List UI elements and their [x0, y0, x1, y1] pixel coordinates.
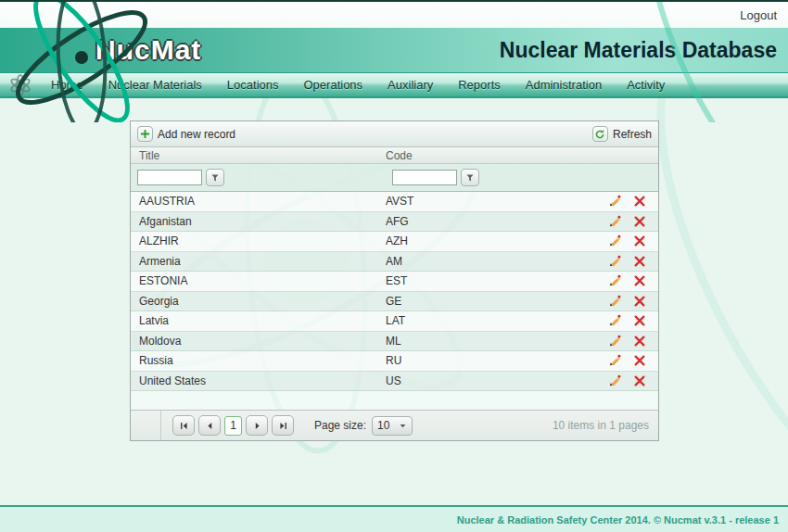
grid-toolbar: Add new record Refresh: [131, 121, 658, 147]
code-filter-input[interactable]: [392, 170, 457, 185]
table-row[interactable]: Latvia LAT: [131, 311, 658, 332]
delete-x-icon[interactable]: [633, 295, 646, 308]
add-new-record-button[interactable]: Add new record: [137, 126, 235, 142]
edit-pencil-icon[interactable]: [608, 274, 621, 287]
edit-pencil-icon[interactable]: [608, 335, 621, 348]
edit-pencil-icon[interactable]: [608, 295, 621, 308]
menu-item[interactable]: Nuclear Materials: [108, 78, 202, 92]
menu-item[interactable]: Auxiliary: [388, 78, 433, 92]
edit-pencil-icon[interactable]: [608, 195, 621, 208]
edit-pencil-icon[interactable]: [608, 354, 621, 367]
footer-bar: Nuclear & Radiation Safety Center 2014. …: [0, 505, 788, 532]
edit-pencil-icon[interactable]: [608, 374, 621, 387]
row-title-cell: Latvia: [131, 314, 386, 327]
menu-item[interactable]: Operations: [304, 78, 363, 92]
page-size-control: Page size: 10: [314, 416, 413, 436]
refresh-button[interactable]: Refresh: [592, 126, 652, 142]
table-row[interactable]: Afganistan AFG: [131, 212, 658, 233]
menu-item[interactable]: Locations: [227, 78, 279, 92]
table-row[interactable]: Armenia AM: [131, 252, 658, 272]
pager-left-cell: [131, 411, 161, 440]
first-page-button[interactable]: [172, 415, 195, 436]
page-size-dropdown[interactable]: 10: [372, 416, 413, 436]
table-row[interactable]: Moldova ML: [131, 332, 658, 352]
prev-page-button[interactable]: [198, 415, 221, 436]
column-header-code[interactable]: Code: [386, 149, 658, 162]
pager-buttons: 1: [172, 415, 294, 436]
delete-x-icon[interactable]: [633, 354, 646, 367]
current-page-button[interactable]: 1: [224, 416, 242, 436]
delete-x-icon[interactable]: [633, 374, 646, 387]
grid-pager: 1 Page size: 10 10 item: [131, 410, 658, 440]
row-actions: [608, 295, 658, 308]
nucmat-app-window: Logout NucMat Nuclear Materials Database…: [0, 0, 788, 532]
row-title-cell: Russia: [131, 354, 386, 367]
row-code-cell: AM: [386, 255, 608, 268]
page-size-label: Page size:: [314, 419, 366, 432]
menu-item[interactable]: Administration: [526, 78, 602, 92]
table-row[interactable]: Russia RU: [131, 351, 658, 372]
plus-icon: [137, 126, 153, 142]
menu-item[interactable]: Home: [51, 78, 83, 92]
grid-rows: AAUSTRIA AVST Afganistan AFG: [131, 192, 658, 391]
row-actions: [608, 195, 658, 208]
row-title-cell: Armenia: [131, 255, 386, 268]
next-page-button[interactable]: [246, 415, 268, 436]
code-filter-cell: [386, 169, 658, 186]
row-title-cell: ESTONIA: [131, 274, 386, 287]
delete-x-icon[interactable]: [633, 195, 646, 208]
row-title-cell: ALZHIR: [131, 234, 386, 247]
grid-column-headers: Title Code: [131, 147, 658, 164]
edit-pencil-icon[interactable]: [608, 255, 621, 268]
atom-icon: [8, 74, 32, 96]
funnel-icon: [465, 173, 475, 183]
row-code-cell: AZH: [386, 234, 608, 247]
delete-x-icon[interactable]: [633, 255, 646, 268]
title-filter-button[interactable]: [206, 169, 224, 186]
column-header-title[interactable]: Title: [131, 149, 386, 162]
grid-filter-row: [131, 164, 658, 192]
edit-pencil-icon[interactable]: [608, 234, 621, 247]
funnel-icon: [210, 173, 220, 183]
table-row[interactable]: AAUSTRIA AVST: [131, 192, 658, 212]
menu-item[interactable]: Reports: [458, 78, 501, 92]
page-size-value: 10: [377, 419, 389, 432]
page-title: Nuclear Materials Database: [500, 38, 777, 63]
row-code-cell: GE: [386, 295, 608, 308]
logout-link[interactable]: Logout: [740, 8, 777, 22]
header-band: NucMat Nuclear Materials Database: [0, 28, 788, 72]
delete-x-icon[interactable]: [633, 234, 646, 247]
add-new-record-label: Add new record: [158, 128, 235, 141]
row-title-cell: Afganistan: [131, 215, 386, 228]
table-row[interactable]: United States US: [131, 372, 658, 392]
edit-pencil-icon[interactable]: [608, 314, 621, 327]
menu-item[interactable]: Activity: [627, 78, 665, 92]
row-code-cell: ML: [386, 335, 608, 348]
row-actions: [608, 234, 658, 247]
row-code-cell: AVST: [386, 195, 608, 208]
edit-pencil-icon[interactable]: [608, 215, 621, 228]
title-filter-input[interactable]: [137, 170, 202, 185]
table-row[interactable]: Georgia GE: [131, 292, 658, 312]
last-page-button[interactable]: [272, 415, 294, 436]
row-code-cell: EST: [386, 274, 608, 287]
countries-grid: Add new record Refresh Title Code: [130, 120, 659, 441]
pager-summary: 10 items in 1 pages: [553, 419, 649, 432]
table-row[interactable]: ALZHIR AZH: [131, 232, 658, 252]
delete-x-icon[interactable]: [633, 335, 646, 348]
row-code-cell: RU: [386, 354, 608, 367]
row-actions: [608, 374, 658, 387]
delete-x-icon[interactable]: [633, 215, 646, 228]
table-row[interactable]: ESTONIA EST: [131, 272, 658, 292]
code-filter-button[interactable]: [461, 169, 479, 186]
row-actions: [608, 255, 658, 268]
row-title-cell: Moldova: [131, 335, 386, 348]
title-filter-cell: [131, 169, 386, 186]
row-title-cell: Georgia: [131, 295, 386, 308]
row-title-cell: AAUSTRIA: [131, 195, 386, 208]
delete-x-icon[interactable]: [633, 274, 646, 287]
content-area: Add new record Refresh Title Code: [0, 120, 788, 441]
refresh-label: Refresh: [613, 128, 652, 141]
row-code-cell: LAT: [386, 314, 608, 327]
delete-x-icon[interactable]: [633, 314, 646, 327]
